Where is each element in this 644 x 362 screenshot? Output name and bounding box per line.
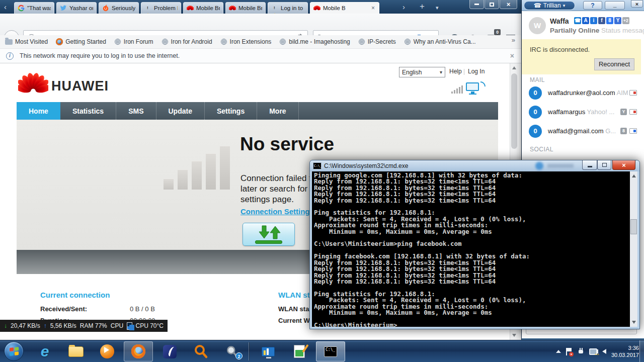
scroll-down-icon[interactable]: [512, 334, 516, 337]
bookmark-iron-forum[interactable]: Iron Forum: [114, 38, 153, 45]
close-button[interactable]: ×: [500, 0, 517, 9]
bookmark-getting-started[interactable]: Getting Started: [56, 38, 106, 45]
clock[interactable]: 3:36 30.03.2017: [611, 344, 639, 358]
trillian-titlebar[interactable]: ☎ Trillian ▾ ? _ ×: [522, 0, 644, 11]
quill-app-icon: [163, 345, 177, 358]
tab-mobile-broadband-2[interactable]: Mobile Bro: [225, 2, 266, 14]
tab-list-icon[interactable]: ▾: [436, 2, 439, 14]
tab-twitter[interactable]: Yashar on T: [56, 2, 97, 14]
nav-update[interactable]: Update: [156, 102, 205, 120]
taskbar-firefox[interactable]: [124, 341, 153, 361]
bookmark-most-visited[interactable]: Most Visited: [5, 38, 48, 45]
taskbar-explorer[interactable]: [61, 341, 91, 361]
bookmark-iron-for-android[interactable]: Iron for Android: [162, 38, 212, 45]
cmd-close-button[interactable]: ×: [612, 160, 635, 170]
bookmark-ip-secrets[interactable]: IP-Secrets: [358, 38, 396, 45]
tab-close-icon[interactable]: ×: [370, 5, 376, 12]
taskbar-media-player[interactable]: [93, 341, 122, 361]
yahoo-icon: Y: [620, 109, 627, 115]
nav-statistics[interactable]: Statistics: [60, 102, 116, 120]
nav-more[interactable]: More: [257, 102, 298, 120]
warning-icon: !: [271, 5, 278, 12]
firefox-icon: [56, 38, 63, 45]
google-service-icon[interactable]: 8: [606, 17, 613, 24]
taskbar-internet-explorer[interactable]: e: [30, 341, 59, 361]
tab-bar: ‹ "That was s Yashar on T Seriously... !…: [0, 0, 521, 14]
tab-scroll-left-icon[interactable]: ‹: [4, 1, 7, 13]
scroll-up-icon[interactable]: [632, 174, 636, 177]
taskbar: e 2 C:\_ × ⚠ 3:36 30.03.2017: [0, 340, 644, 362]
folder-icon: [68, 346, 84, 357]
action-center-icon[interactable]: ×: [566, 348, 572, 355]
taskbar-system-monitor[interactable]: [254, 341, 283, 361]
connect-button[interactable]: [243, 223, 295, 246]
bookmark-iron-extensions[interactable]: Iron Extensions: [220, 38, 272, 45]
icq-service-icon[interactable]: i: [590, 17, 597, 24]
scroll-up-icon[interactable]: [512, 66, 516, 69]
bookmark-antivirus[interactable]: Why an Anti-Virus Ca...: [404, 38, 476, 45]
nav-home[interactable]: Home: [17, 102, 60, 120]
network-meter-widget: ↓ 20,47 KB/s ↑ 5,56 KB/s RAM 77% CPU CPU…: [0, 320, 168, 332]
trillian-menu-button[interactable]: ☎ Trillian ▾: [524, 1, 575, 10]
show-desktop-button[interactable]: [639, 340, 644, 362]
unread-count-badge: 0: [529, 125, 542, 138]
tab-google[interactable]: "That was s: [14, 2, 54, 14]
tab-mobile-broadband-active[interactable]: Mobile B ×: [310, 2, 379, 14]
current-connection-title: Current connection: [40, 291, 110, 299]
maximize-button[interactable]: [485, 0, 499, 9]
google-icon: [18, 5, 25, 12]
more-services-badge[interactable]: +2: [622, 17, 629, 24]
mail-row-aol[interactable]: 0 waffadrunker@aol.com AIM: [522, 85, 641, 103]
avatar[interactable]: W: [529, 17, 546, 34]
taskbar-search-tool[interactable]: [186, 341, 215, 361]
tab-login[interactable]: ! Log in to n: [268, 2, 308, 14]
scrollbar-thumb[interactable]: [630, 219, 637, 234]
minimize-button[interactable]: [469, 0, 484, 9]
notification-close-icon[interactable]: ×: [510, 52, 514, 60]
system-tray: × ⚠ 3:36 30.03.2017: [556, 340, 639, 362]
hidden-icons-icon[interactable]: [556, 350, 561, 353]
scroll-down-icon[interactable]: [632, 321, 636, 324]
taskbar-cmd[interactable]: C:\_: [316, 341, 345, 361]
bookmarks-overflow-icon[interactable]: »: [512, 36, 515, 44]
cmd-titlebar[interactable]: C:\_ C:\Windows\system32\cmd.exe ×: [310, 160, 639, 171]
cmd-restore-button[interactable]: [597, 160, 611, 170]
taskbar-quill-app[interactable]: [155, 341, 184, 361]
cmd-minimize-button[interactable]: [582, 160, 597, 170]
chevron-down-icon: ▾: [440, 69, 442, 75]
start-button[interactable]: [4, 341, 24, 361]
trillian-minimize-button[interactable]: _: [605, 1, 625, 10]
bookmark-bildme[interactable]: bild.me - Imagehosting: [279, 38, 350, 45]
page-title: No service: [240, 134, 334, 155]
mail-row-gmail[interactable]: 0 waffad@gmail.com G... 8: [522, 124, 641, 141]
status-line[interactable]: Partially Online Status messag...: [550, 27, 644, 34]
console-output[interactable]: Pinging google.com [192.168.8.1] with 32…: [312, 171, 637, 327]
facebook-service-icon[interactable]: f: [598, 17, 605, 24]
trillian-help-button[interactable]: ?: [583, 1, 602, 10]
new-tab-button[interactable]: +: [420, 1, 425, 12]
huawei-brand-text: HUAWEI: [51, 78, 109, 94]
volume-icon[interactable]: [602, 349, 606, 354]
login-link[interactable]: Log In: [468, 68, 485, 75]
help-link[interactable]: Help: [449, 68, 462, 75]
reconnect-button[interactable]: Reconnect: [594, 58, 634, 70]
taskbar-search-tool-2[interactable]: 2: [217, 341, 247, 361]
mail-row-yahoo[interactable]: 0 waffamargus Yahoo! ... Y: [522, 105, 641, 122]
tab-scroll-right-icon[interactable]: ›: [403, 1, 405, 13]
taskbar-notes-app[interactable]: [285, 341, 314, 361]
tab-reddit[interactable]: Seriously...: [99, 2, 139, 14]
tab-mobile-broadband-1[interactable]: Mobile Bro: [183, 2, 223, 14]
trillian-close-button[interactable]: ×: [631, 0, 643, 8]
tab-problem[interactable]: ! Problem lo: [141, 2, 181, 14]
nav-sms[interactable]: SMS: [116, 102, 156, 120]
connection-settings-link[interactable]: Connection Setting: [240, 207, 310, 216]
power-icon[interactable]: [577, 348, 584, 355]
mail-envelope-icon: [629, 128, 637, 134]
console-scrollbar[interactable]: [630, 171, 637, 327]
language-select[interactable]: English▾: [399, 67, 445, 77]
scrollbar-thumb[interactable]: [511, 73, 517, 149]
nav-settings[interactable]: Settings: [205, 102, 257, 120]
trillian-service-icon[interactable]: ☎: [574, 17, 581, 24]
aim-service-icon[interactable]: A: [582, 17, 589, 24]
yahoo-service-icon[interactable]: Y: [614, 17, 621, 24]
